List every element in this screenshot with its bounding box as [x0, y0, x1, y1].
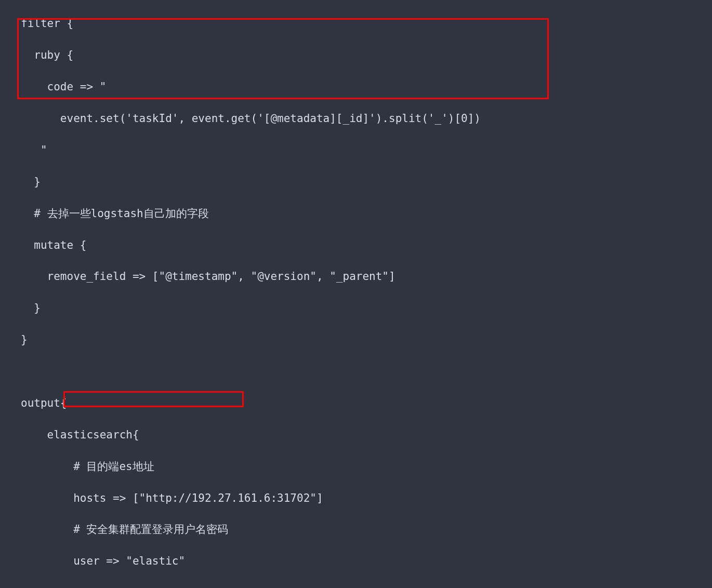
code-line: # 去掉一些logstash自己加的字段: [21, 206, 691, 221]
code-line: }: [21, 174, 691, 190]
code-block: filter { ruby { code => " event.set('tas…: [0, 0, 712, 588]
code-line: event.set('taskId', event.get('[@metadat…: [21, 111, 691, 126]
code-line: # 目的端es地址: [21, 459, 691, 474]
code-line: elasticsearch{: [21, 427, 691, 443]
code-line: [21, 364, 691, 379]
code-line: ruby {: [21, 47, 691, 63]
code-line: user => "elastic": [21, 553, 691, 569]
code-line: }: [21, 300, 691, 316]
code-line: hosts => ["http://192.27.161.6:31702"]: [21, 490, 691, 506]
code-line: password => "6QvoLi593fdWrE693R248jlf": [21, 585, 691, 588]
code-line: output{: [21, 395, 691, 411]
code-line: }: [21, 332, 691, 348]
code-line: # 安全集群配置登录用户名密码: [21, 522, 691, 537]
code-line: remove_field => ["@timestamp", "@version…: [21, 269, 691, 284]
code-line: mutate {: [21, 237, 691, 253]
code-line: filter {: [21, 16, 691, 31]
code-line: ": [21, 142, 691, 158]
code-line: code => ": [21, 79, 691, 95]
